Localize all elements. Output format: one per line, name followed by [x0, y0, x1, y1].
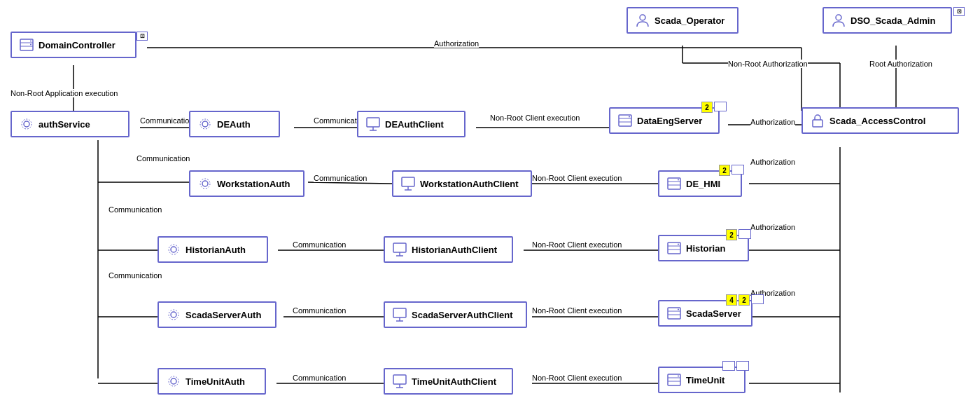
badge-4-ss: 4 [726, 294, 737, 306]
svg-rect-59 [393, 243, 406, 252]
gear-icon-ssa [166, 307, 181, 322]
svg-point-67 [169, 310, 178, 320]
server-icon-dc [19, 37, 34, 53]
label-comm-7: Communication [293, 240, 346, 249]
monitor-icon-hac [392, 242, 407, 257]
server-icon-ss [666, 306, 682, 321]
node-scada-access-control[interactable]: Scada_AccessControl [802, 107, 959, 134]
node-label: DomainController [38, 40, 115, 50]
node-time-unit[interactable]: TimeUnit [658, 367, 746, 393]
node-data-eng-server[interactable]: DataEngServer 2 [609, 107, 720, 134]
server-icon-des [617, 113, 633, 128]
server-icon-hmi [666, 176, 682, 191]
node-label: DataEngServer [637, 116, 702, 126]
svg-point-75 [171, 378, 176, 384]
node-label: DSO_Scada_Admin [850, 15, 935, 26]
label-non-root-client-3: Non-Root Client execution [532, 240, 622, 249]
label-comm-1: Communication [140, 116, 193, 125]
svg-point-39 [200, 119, 210, 129]
node-label: ScadaServerAuthClient [412, 310, 513, 320]
node-label: Historian [686, 243, 725, 254]
svg-point-29 [640, 15, 645, 20]
label-auth-3: Authorization [750, 223, 795, 231]
node-dso-scada-admin[interactable]: DSO_Scada_Admin ⊡ [822, 7, 952, 34]
node-time-unit-auth[interactable]: TimeUnitAuth [158, 368, 266, 395]
node-label: ScadaServer [686, 308, 741, 319]
svg-rect-47 [813, 120, 822, 127]
node-label: HistorianAuth [186, 245, 246, 255]
svg-line-8 [308, 182, 392, 184]
node-label: TimeUnitAuth [186, 376, 245, 387]
svg-rect-50 [402, 177, 414, 186]
svg-point-35 [30, 44, 31, 46]
svg-point-48 [202, 181, 208, 186]
node-scada-server-auth-client[interactable]: ScadaServerAuthClient [384, 301, 527, 328]
node-label: ScadaServerAuth [186, 310, 261, 320]
label-comm-9: Communication [293, 374, 346, 382]
svg-point-58 [169, 245, 178, 254]
node-de-hmi[interactable]: DE_HMI 2 [658, 170, 742, 197]
badge-2-des: 2 [701, 102, 713, 113]
svg-point-76 [169, 376, 178, 386]
node-label: TimeUnit [686, 375, 724, 385]
node-historian[interactable]: Historian 2 [658, 235, 749, 261]
node-workstation-auth-client[interactable]: WorkstationAuthClient [392, 170, 532, 197]
node-label: TimeUnitAuthClient [412, 376, 496, 387]
node-label: DEAuth [217, 119, 251, 130]
svg-point-30 [836, 15, 841, 20]
svg-point-74 [678, 309, 679, 310]
mini-box-tu2 [736, 361, 749, 371]
label-non-root-client-5: Non-Root Client execution [532, 374, 622, 382]
node-deauth[interactable]: DEAuth [189, 111, 280, 137]
person-icon [635, 13, 650, 28]
label-comm-3: Communication [136, 154, 190, 163]
node-domain-controller[interactable]: ⊡ DomainController [10, 32, 136, 58]
node-label: HistorianAuthClient [412, 245, 497, 255]
monitor-icon-wac [400, 176, 416, 191]
node-scada-server[interactable]: ScadaServer 4 2 [658, 300, 752, 327]
label-comm-5: Communication [108, 205, 162, 214]
node-label: WorkstationAuth [217, 179, 290, 189]
label-auth-1: Authorization [750, 118, 795, 126]
svg-point-49 [200, 179, 210, 189]
svg-point-83 [678, 376, 679, 377]
node-label: Scada_Operator [654, 15, 724, 26]
node-label: WorkstationAuthClient [420, 179, 519, 189]
node-deauth-client[interactable]: DEAuthClient [357, 111, 465, 137]
mini-box-hmi [732, 165, 744, 175]
gear-icon-wa [197, 176, 213, 191]
svg-point-34 [30, 41, 31, 42]
node-label: Scada_AccessControl [830, 116, 925, 126]
label-authorization-top: Authorization [434, 39, 479, 48]
node-scada-server-auth[interactable]: ScadaServerAuth [158, 301, 276, 328]
node-label: authService [38, 119, 90, 130]
node-workstation-auth[interactable]: WorkstationAuth [189, 170, 304, 197]
node-historian-auth-client[interactable]: HistorianAuthClient [384, 236, 513, 263]
node-label: DEAuthClient [385, 119, 444, 130]
svg-point-65 [678, 244, 679, 245]
label-root-auth: Root Authorization [869, 60, 932, 68]
monitor-icon-tuac [392, 374, 407, 389]
node-historian-auth[interactable]: HistorianAuth [158, 236, 268, 263]
label-auth-2: Authorization [750, 158, 795, 166]
svg-point-66 [171, 312, 176, 317]
label-non-root-auth: Non-Root Authorization [728, 60, 808, 68]
mini-box-tu1 [722, 361, 735, 371]
node-time-unit-auth-client[interactable]: TimeUnitAuthClient [384, 368, 513, 395]
label-comm-8: Communication [293, 306, 346, 315]
node-auth-service[interactable]: authService [10, 111, 130, 137]
label-comm-4: Communication [314, 174, 367, 182]
gear-icon-ha [166, 242, 181, 257]
server-icon-hist [666, 240, 682, 256]
gear-icon-deauth [197, 116, 213, 132]
svg-rect-68 [393, 308, 406, 317]
svg-point-37 [22, 119, 31, 129]
label-non-root-client-1: Non-Root Client execution [490, 114, 580, 122]
label-comm-6: Communication [108, 271, 162, 280]
person-icon-2 [831, 13, 846, 28]
svg-rect-40 [367, 118, 379, 127]
mini-box-hist [738, 229, 751, 239]
corner-box-dc: ⊡ [136, 32, 148, 41]
node-scada-operator[interactable]: Scada_Operator [626, 7, 738, 34]
server-icon-tu [666, 372, 682, 388]
